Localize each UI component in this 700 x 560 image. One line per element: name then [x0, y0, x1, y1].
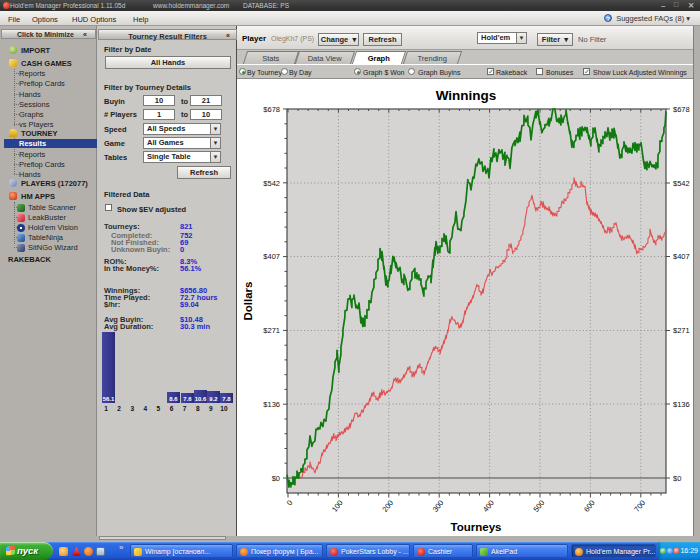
svg-text:$0: $0 [673, 474, 681, 483]
svg-text:700: 700 [632, 498, 647, 513]
svg-text:$678: $678 [263, 105, 280, 114]
svg-text:$542: $542 [263, 179, 280, 188]
svg-text:600: 600 [582, 498, 597, 513]
svg-text:$0: $0 [272, 474, 280, 483]
svg-text:$678: $678 [673, 105, 690, 114]
svg-text:$271: $271 [263, 326, 280, 335]
svg-text:0: 0 [285, 498, 295, 507]
svg-text:500: 500 [532, 498, 547, 513]
svg-text:$271: $271 [673, 326, 690, 335]
svg-text:Dollars: Dollars [242, 282, 254, 321]
svg-text:$407: $407 [673, 252, 690, 261]
svg-text:100: 100 [330, 498, 345, 513]
svg-text:400: 400 [481, 498, 496, 513]
svg-text:$407: $407 [263, 252, 280, 261]
svg-text:Tourneys: Tourneys [451, 521, 502, 533]
svg-text:$136: $136 [673, 400, 690, 409]
svg-text:300: 300 [431, 498, 446, 513]
svg-text:200: 200 [380, 498, 395, 513]
svg-text:$136: $136 [263, 400, 280, 409]
svg-text:Winnings: Winnings [436, 88, 497, 103]
svg-text:$542: $542 [673, 179, 690, 188]
